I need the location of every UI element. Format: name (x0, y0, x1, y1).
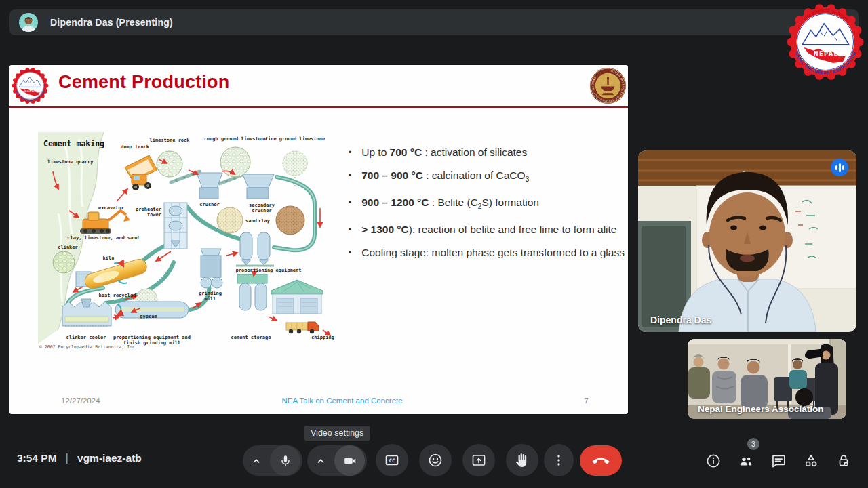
activities-button[interactable] (797, 447, 825, 474)
grinding-mill-graphic (201, 249, 222, 288)
diagram-label: limestone quarry (47, 159, 94, 165)
closed-captions-icon: CC (384, 452, 400, 468)
excavator-graphic (80, 211, 130, 234)
nea-logo-slide (12, 67, 49, 104)
chevron-up-icon (249, 453, 264, 468)
more-options-button[interactable] (544, 444, 574, 476)
captions-button[interactable]: CC (376, 444, 408, 476)
reactions-button[interactable] (419, 444, 452, 476)
cement-storage-graphic (237, 274, 267, 310)
info-button[interactable] (700, 447, 727, 474)
diagram-label: dump truck (121, 144, 150, 150)
slide-bullets: •Up to 700 °C : activation of silicates•… (349, 145, 625, 268)
bullet-list: •Up to 700 °C : activation of silicates•… (349, 145, 625, 260)
present-to-all-icon (471, 452, 487, 468)
diagram-label: proportioning equipment and (113, 335, 191, 340)
slide-title: Cement Production (58, 72, 229, 93)
microphone-icon (278, 453, 293, 468)
presenter-banner: Dipendra Das (Presenting) (9, 9, 859, 35)
diagram-label: tower (147, 212, 161, 218)
bullet-item: •Cooling stage: molten phase gets transf… (349, 245, 625, 260)
diagram-label: grinding (199, 291, 222, 296)
call-end-icon (592, 452, 610, 470)
info-icon (705, 453, 722, 469)
slide-footer: 12/27/2024 NEA Talk on Cement and Concre… (61, 396, 589, 405)
diagram-label: shipping (311, 335, 334, 340)
more-vert-icon (551, 452, 567, 468)
right-controls (700, 447, 857, 474)
diagram-label: excavator (98, 205, 124, 211)
mic-expand-button[interactable] (243, 445, 270, 476)
participant-count-badge: 3 (747, 438, 760, 450)
diagram-copyright: © 2007 Encyclopaedia Britannica, Inc. (39, 344, 138, 349)
chevron-up-icon (313, 453, 328, 468)
host-controls-button[interactable] (830, 447, 857, 474)
mic-control-group (243, 445, 302, 476)
diagram-label: clinker cooler (66, 335, 106, 340)
meeting-info: 3:54 PM | vgm-iaez-atb (17, 451, 142, 465)
video-tile-speaker[interactable]: Dipendra Das (638, 150, 856, 332)
iit-madras-logo (589, 67, 627, 104)
diagram-label: cement storage (231, 335, 271, 340)
diagram-label: crusher (199, 202, 220, 207)
speaker-video (638, 150, 856, 332)
preheater-tower-graphic (164, 203, 187, 249)
diagram-label: proportioning equipment (236, 268, 302, 273)
diagram-label: secondary (249, 203, 275, 208)
present-button[interactable] (462, 444, 495, 476)
diagram-label: heat recycled (99, 293, 136, 298)
svg-text:CC: CC (389, 458, 395, 464)
diagram-label: fine ground limestone (265, 136, 326, 142)
camera-button[interactable] (334, 445, 365, 476)
proportioning-graphic (236, 232, 274, 266)
dump-truck-graphic (125, 155, 157, 190)
diagram-title: Cement making (43, 139, 104, 148)
diagram-label: clay, limestone, and sand (67, 235, 138, 241)
diagram-label: crusher (252, 208, 272, 214)
diagram-label: kiln (103, 256, 115, 261)
shipping-truck-graphic (286, 322, 319, 333)
slide-footer-title: NEA Talk on Cement and Concrete (100, 396, 585, 405)
raise-hand-button[interactable] (506, 444, 538, 476)
diagram-label: rough ground limestone (204, 136, 267, 142)
camera-control-group (307, 445, 367, 476)
camera-expand-button[interactable] (307, 445, 334, 476)
slide-page-number: 7 (585, 396, 589, 405)
clock-time: 3:54 PM (17, 452, 57, 464)
meeting-code: vgm-iaez-atb (77, 452, 142, 464)
divider: | (66, 451, 68, 465)
warehouse-graphic (271, 280, 323, 314)
participant-name-label: Nepal Engineers Association (698, 404, 824, 414)
diagram-label: limestone rock (149, 138, 190, 143)
meet-screen: नेपाल इन्जिनियर्स एशोसिएशन NEPAL ENGINEE… (0, 0, 868, 488)
video-tile-room[interactable]: Nepal Engineers Association (688, 339, 846, 419)
end-call-button[interactable] (580, 445, 622, 476)
diagram-label: preheater (136, 207, 161, 212)
presenter-name: Dipendra Das (Presenting) (50, 17, 173, 28)
video-settings-tooltip: Video settings (304, 426, 370, 441)
avatar-image (19, 13, 38, 32)
chat-button[interactable] (765, 447, 792, 474)
slide-header: Cement Production (9, 65, 628, 108)
bullet-item: •Up to 700 °C : activation of silicates (349, 145, 625, 160)
participant-name-label: Dipendra Das (650, 314, 711, 325)
emoji-smile-icon (427, 452, 443, 468)
bullet-item: •900 – 1200 °C : Belite (C2S) formation (349, 195, 625, 214)
slide-date: 12/27/2024 (61, 396, 100, 405)
diagram-label: clinker (58, 245, 78, 250)
diagram-label: gypsum (140, 314, 157, 319)
diagram-label: sand (245, 218, 257, 224)
chat-icon (770, 453, 787, 469)
clinker-cooler-graphic (62, 299, 111, 326)
kiln-graphic (76, 258, 149, 291)
videocam-icon (342, 453, 357, 468)
mic-button[interactable] (270, 445, 300, 476)
bullet-item: •> 1300 °C): reaction of belite and free… (349, 222, 625, 237)
diagram-label: mill (205, 296, 216, 302)
people-button[interactable] (732, 447, 760, 474)
bullet-item: •700 – 900 °C : calcination of CaCO3 (349, 168, 625, 187)
lock-host-controls-icon (835, 453, 852, 469)
nea-association-logo (786, 3, 865, 81)
raise-hand-icon (514, 452, 530, 468)
cement-making-diagram: Cement making limestone quarry dump truc… (38, 132, 336, 349)
